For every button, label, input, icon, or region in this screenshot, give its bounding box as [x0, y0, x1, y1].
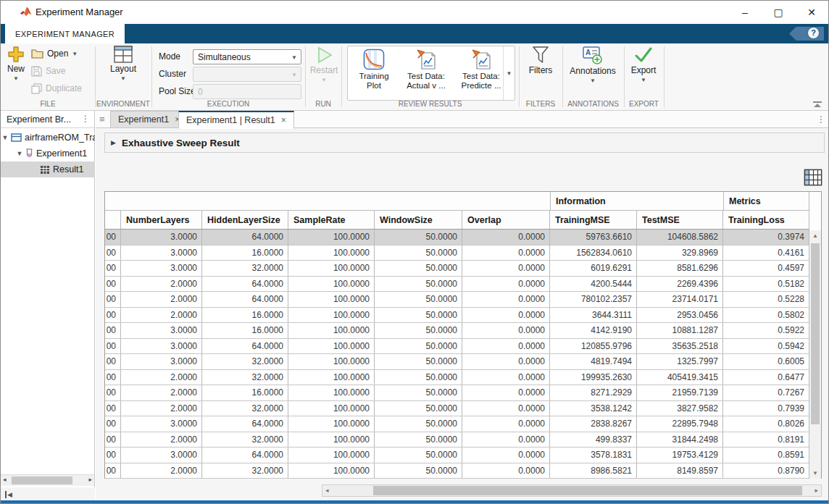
table-row[interactable]: 003.000064.0000100.000050.00000.00002838…	[105, 416, 821, 432]
table-cell[interactable]: 0.0000	[462, 323, 550, 338]
table-vertical-scrollbar[interactable]: ▲ ▼	[809, 230, 821, 479]
table-cell[interactable]: 50.0000	[375, 432, 462, 448]
table-cell[interactable]: 0.0000	[462, 339, 550, 354]
table-cell[interactable]: 19753.4129	[637, 448, 723, 463]
table-cell[interactable]: 64.0000	[202, 416, 288, 432]
exhaustive-sweep-header[interactable]: ▶ Exhaustive Sweep Result	[104, 133, 825, 153]
table-cell[interactable]: 3.0000	[121, 245, 202, 261]
table-cell[interactable]: 50.0000	[375, 230, 462, 245]
table-cell[interactable]: 0.0000	[462, 230, 550, 245]
table-cell[interactable]: 0.0000	[462, 261, 550, 276]
table-cell[interactable]: 2269.4396	[637, 277, 723, 292]
tab-experiment1-result1[interactable]: Experiment1 | Result1 ×	[178, 111, 294, 129]
export-button[interactable]: Export ▼	[627, 46, 660, 83]
table-cell[interactable]: 3.0000	[121, 416, 202, 432]
table-cell[interactable]: 0.8790	[723, 463, 809, 479]
table-row[interactable]: 002.000032.0000100.000050.00000.00003538…	[105, 401, 821, 417]
table-row[interactable]: 003.000032.0000100.000050.00000.00004819…	[105, 354, 821, 370]
table-cell[interactable]: 0.0000	[462, 292, 550, 307]
table-cell[interactable]: 0.0000	[462, 432, 550, 448]
table-cell[interactable]: 100.0000	[288, 448, 375, 463]
table-cell[interactable]: 3.0000	[121, 261, 202, 276]
scroll-down-icon[interactable]: ▼	[809, 468, 821, 479]
column-header-Overlap[interactable]: Overlap	[462, 211, 550, 229]
collapse-arrow-icon[interactable]: ▶	[111, 139, 116, 146]
table-cell[interactable]: 2.0000	[121, 463, 202, 479]
table-cell[interactable]: 2.0000	[121, 370, 202, 385]
table-cell[interactable]: 50.0000	[375, 370, 462, 385]
table-cell[interactable]: 22895.7948	[637, 416, 723, 432]
table-cell[interactable]: 00	[105, 292, 121, 307]
table-cell[interactable]: 31844.2498	[637, 432, 723, 448]
table-cell[interactable]: 8271.2929	[550, 385, 637, 400]
table-cell[interactable]: 3.0000	[121, 339, 202, 354]
table-cell[interactable]: 0.0000	[462, 448, 550, 463]
table-cell[interactable]: 59763.6610	[550, 230, 637, 245]
table-cell[interactable]: 32.0000	[202, 354, 288, 369]
table-cell[interactable]: 499.8337	[550, 432, 637, 448]
pool-size-input[interactable]: 0	[193, 84, 301, 99]
table-cell[interactable]: 32.0000	[202, 432, 288, 448]
table-cell[interactable]: 100.0000	[288, 354, 375, 369]
table-cell[interactable]: 50.0000	[375, 385, 462, 400]
column-header-TrainingMSE[interactable]: TrainingMSE	[550, 211, 637, 229]
table-cell[interactable]: 50.0000	[375, 401, 462, 416]
table-cell[interactable]: 23714.0171	[637, 292, 723, 307]
column-header-SampleRate[interactable]: SampleRate	[288, 211, 375, 229]
table-cell[interactable]: 0.7267	[723, 385, 809, 400]
close-icon[interactable]: ×	[281, 115, 286, 125]
table-cell[interactable]: 35635.2518	[637, 339, 723, 354]
table-cell[interactable]: 00	[105, 354, 121, 369]
table-cell[interactable]: 0.8026	[723, 416, 809, 432]
table-row[interactable]: 002.000032.0000100.000050.00000.00008986…	[105, 463, 821, 479]
tab-experiment1[interactable]: Experiment1 ×	[110, 111, 188, 128]
table-cell[interactable]: 100.0000	[288, 308, 375, 323]
table-cell[interactable]: 16.0000	[202, 385, 288, 400]
table-cell[interactable]: 10881.1287	[637, 323, 723, 338]
table-cell[interactable]: 3827.9582	[637, 401, 723, 416]
table-cell[interactable]: 00	[105, 308, 121, 323]
table-cell[interactable]: 64.0000	[202, 277, 288, 292]
table-cell[interactable]: 0.8191	[723, 432, 809, 448]
table-cell[interactable]: 0.6477	[723, 370, 809, 385]
table-cell[interactable]: 405419.3415	[637, 370, 723, 385]
table-cell[interactable]: 0.0000	[462, 385, 550, 400]
table-row[interactable]: 002.000016.0000100.000050.00000.00008271…	[105, 385, 821, 401]
table-cell[interactable]: 0.5228	[723, 292, 809, 307]
table-cell[interactable]: 2.0000	[121, 385, 202, 400]
scroll-up-icon[interactable]: ▲	[809, 230, 821, 241]
table-cell[interactable]: 50.0000	[375, 354, 462, 369]
table-cell[interactable]: 100.0000	[288, 323, 375, 338]
table-cell[interactable]: 00	[105, 261, 121, 276]
scroll-right-icon[interactable]: ▸	[88, 476, 92, 483]
column-header-NumberLayers[interactable]: NumberLayers	[121, 211, 202, 229]
table-cell[interactable]: 2.0000	[121, 308, 202, 323]
table-cell[interactable]: 0.4597	[723, 261, 809, 276]
new-button[interactable]: New ▼	[4, 46, 28, 82]
table-cell[interactable]: 0.0000	[462, 277, 550, 292]
column-header-TrainingLoss[interactable]: TrainingLoss	[723, 211, 809, 229]
table-cell[interactable]: 100.0000	[288, 339, 375, 354]
tab-list-icon[interactable]: ≡	[99, 114, 105, 125]
mode-dropdown[interactable]: Simultaneous ▼	[193, 49, 301, 64]
table-cell[interactable]: 50.0000	[375, 416, 462, 432]
table-cell[interactable]: 100.0000	[288, 292, 375, 307]
table-cell[interactable]: 16.0000	[202, 308, 288, 323]
table-cell[interactable]: 2.0000	[121, 292, 202, 307]
table-cell[interactable]: 100.0000	[288, 230, 375, 245]
table-cell[interactable]: 1325.7997	[637, 354, 723, 369]
help-button[interactable]: ?	[807, 27, 820, 39]
column-header-WindowSize[interactable]: WindowSize	[375, 211, 462, 229]
table-cell[interactable]: 00	[105, 448, 121, 463]
table-cell[interactable]: 0.5802	[723, 308, 809, 323]
table-cell[interactable]: 3644.3111	[550, 308, 637, 323]
table-cell[interactable]: 104608.5862	[637, 230, 723, 245]
table-cell[interactable]: 00	[105, 432, 121, 448]
table-cell[interactable]: 64.0000	[202, 448, 288, 463]
table-cell[interactable]: 8581.6296	[637, 261, 723, 276]
tree-item-result1[interactable]: Result1	[1, 161, 95, 177]
close-button[interactable]: ✕	[795, 1, 828, 24]
table-cell[interactable]: 32.0000	[202, 261, 288, 276]
table-row[interactable]: 003.000016.0000100.000050.00000.00001562…	[105, 245, 821, 261]
table-cell[interactable]: 00	[105, 463, 121, 479]
